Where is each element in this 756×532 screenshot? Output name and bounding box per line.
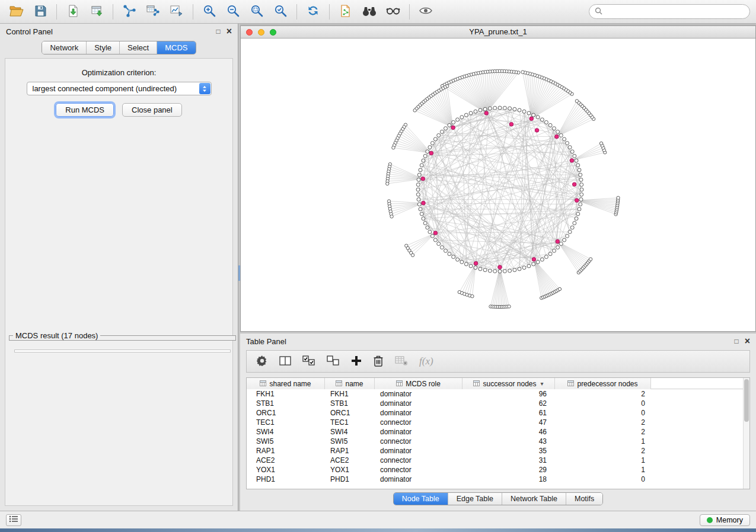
function-builder-button[interactable]: f(x): [419, 355, 433, 367]
window-minimize-button[interactable]: [258, 29, 264, 36]
tab-network-table[interactable]: Network Table: [502, 493, 566, 505]
node-table-body: FKH1FKH1dominator962STB1STB1dominator620…: [247, 389, 749, 484]
network-from-table-button[interactable]: [142, 2, 164, 21]
column-icon: [396, 380, 403, 388]
memory-status-dot: [707, 517, 713, 523]
tab-select[interactable]: Select: [119, 41, 157, 54]
zoom-in-button[interactable]: [199, 2, 220, 21]
network-window: YPA_prune.txt_1: [240, 25, 756, 332]
zoom-fit-button[interactable]: [246, 2, 267, 21]
close-panel-button[interactable]: Close panel: [122, 103, 182, 117]
network-window-title: YPA_prune.txt_1: [241, 26, 755, 38]
table-row[interactable]: TEC1TEC1connector472: [247, 418, 749, 427]
tab-mcds[interactable]: MCDS: [157, 41, 195, 54]
refresh-icon: [307, 4, 320, 19]
mcds-result-item[interactable]: PHD1: [15, 352, 230, 352]
panel-menu-button[interactable]: [6, 514, 21, 526]
zoom-out-button[interactable]: [222, 2, 244, 21]
table-row[interactable]: SWI5SWI5connector431: [247, 437, 749, 446]
float-panel-icon[interactable]: □: [216, 28, 220, 35]
delete-table-button[interactable]: [395, 355, 408, 368]
zoom-selected-button[interactable]: [270, 2, 291, 21]
new-network-button[interactable]: [119, 2, 140, 21]
show-columns-button[interactable]: [279, 355, 291, 368]
gear-icon: [256, 355, 268, 368]
find-button[interactable]: [359, 2, 380, 21]
table-cell: STB1: [325, 399, 375, 408]
float-panel-icon[interactable]: □: [734, 338, 738, 345]
table-cell: 1: [555, 437, 651, 446]
table-mode-button[interactable]: [256, 355, 268, 368]
table-row[interactable]: FKH1FKH1dominator962: [247, 389, 749, 399]
hide-tools-button[interactable]: [382, 2, 404, 21]
table-cell: SWI5: [325, 437, 375, 446]
window-zoom-button[interactable]: [270, 29, 276, 36]
table-cell: 43: [462, 437, 555, 446]
toolbar-separator: [113, 4, 113, 20]
network-canvas[interactable]: [241, 39, 755, 331]
import-table-button[interactable]: [86, 2, 107, 21]
table-cell: 47: [462, 418, 555, 427]
desktop-background-strip: [0, 528, 756, 532]
tab-edge-table[interactable]: Edge Table: [448, 493, 502, 505]
close-panel-icon[interactable]: ×: [227, 27, 232, 36]
memory-label: Memory: [716, 516, 743, 524]
table-row[interactable]: ORC1ORC1dominator610: [247, 408, 749, 418]
scrollbar-thumb[interactable]: [744, 379, 749, 422]
column-header-predecessor-nodes[interactable]: predecessor nodes: [555, 378, 651, 389]
show-hide-button[interactable]: [415, 2, 436, 21]
clone-network-button[interactable]: [335, 2, 356, 21]
table-cell: 2: [555, 418, 651, 427]
column-icon: [473, 380, 480, 388]
memory-button[interactable]: Memory: [700, 514, 750, 526]
trash-icon: [373, 355, 384, 368]
tab-style[interactable]: Style: [86, 41, 119, 54]
close-panel-icon[interactable]: ×: [745, 336, 750, 346]
table-panel-title: Table Panel: [246, 337, 286, 346]
tab-network[interactable]: Network: [42, 41, 86, 54]
refresh-layout-button[interactable]: [302, 2, 324, 21]
table-row[interactable]: RAP1RAP1dominator352: [247, 446, 749, 456]
run-mcds-button[interactable]: Run MCDS: [56, 103, 114, 117]
open-session-button[interactable]: [6, 2, 27, 21]
criterion-dropdown-value: largest connected component (undirected): [33, 84, 177, 93]
table-scrollbar[interactable]: [743, 378, 749, 489]
toolbar-separator: [329, 4, 330, 20]
table-cell: RAP1: [247, 447, 325, 455]
window-close-button[interactable]: [246, 29, 253, 36]
table-cell: PHD1: [325, 475, 375, 483]
table-row[interactable]: YOX1YOX1connector291: [247, 465, 749, 475]
column-header-name[interactable]: name: [325, 378, 375, 389]
glasses-icon: [386, 5, 400, 18]
table-cell: connector: [375, 466, 462, 474]
document-share-icon: [340, 5, 352, 19]
import-network-button[interactable]: [62, 2, 84, 21]
deselect-all-button[interactable]: [327, 355, 340, 368]
dropdown-arrows-icon: [199, 83, 210, 94]
table-row[interactable]: ACE2ACE2connector311: [247, 456, 749, 465]
column-header-successor-nodes[interactable]: successor nodes ▾: [462, 378, 555, 389]
add-column-button[interactable]: [351, 355, 362, 368]
table-row[interactable]: PHD1PHD1dominator180: [247, 475, 749, 484]
table-cell: connector: [375, 418, 462, 427]
export-graphics-button[interactable]: [166, 2, 187, 21]
select-all-button[interactable]: [302, 355, 315, 368]
save-session-button[interactable]: [30, 2, 51, 21]
column-header-mcds-role[interactable]: MCDS role: [375, 378, 462, 389]
table-cell: 29: [462, 466, 555, 474]
table-row[interactable]: SWI4SWI4dominator462: [247, 427, 749, 437]
table-cell: ACE2: [325, 456, 375, 464]
table-row[interactable]: STB1STB1dominator620: [247, 399, 749, 408]
criterion-dropdown[interactable]: largest connected component (undirected): [27, 82, 212, 95]
mcds-result-group: MCDS result (17 nodes) PHD1CAR1STP4TID3Y…: [9, 331, 236, 341]
table-panel-titlebar: Table Panel □ ×: [240, 334, 756, 349]
node-table: shared name name MCDS role successor nod…: [246, 377, 750, 489]
table-cell: ACE2: [247, 456, 325, 464]
search-input[interactable]: [606, 8, 744, 16]
table-cell: 0: [555, 399, 651, 408]
tab-motifs[interactable]: Motifs: [566, 493, 602, 505]
column-header-shared-name[interactable]: shared name: [247, 378, 325, 389]
toolbar-separator: [193, 4, 193, 20]
tab-node-table[interactable]: Node Table: [394, 493, 448, 505]
delete-column-button[interactable]: [373, 355, 384, 368]
